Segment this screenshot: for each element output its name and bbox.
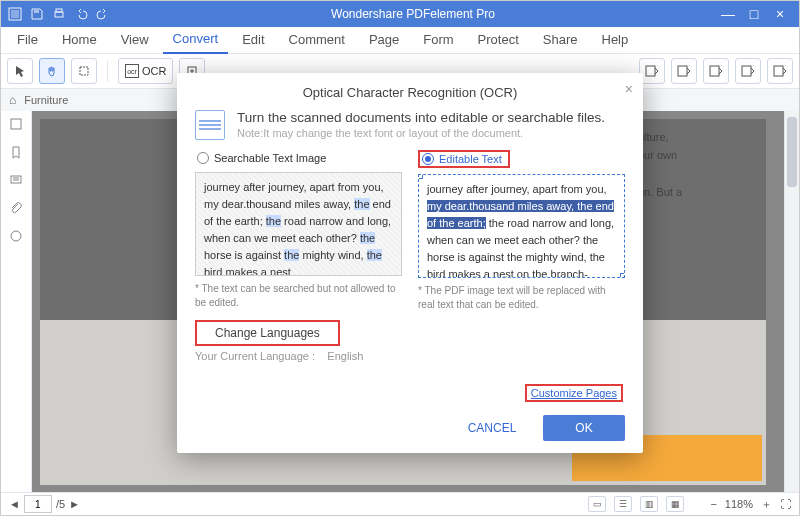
bookmarks-icon[interactable] — [9, 145, 23, 159]
fit-page-icon[interactable]: ⛶ — [780, 498, 791, 510]
titlebar-left-icons — [7, 6, 111, 22]
change-languages-button[interactable]: Change Languages — [195, 320, 340, 346]
hand-tool-icon[interactable] — [39, 58, 65, 84]
current-language-row: Your Current Language : English — [195, 350, 625, 362]
cancel-button[interactable]: CANCEL — [451, 415, 533, 441]
menu-view[interactable]: View — [111, 28, 159, 53]
ocr-button[interactable]: ocrOCR — [118, 58, 173, 84]
dialog-title: Optical Character Recognition (OCR) — [195, 85, 625, 100]
dialog-header: Turn the scanned documents into editable… — [195, 110, 625, 140]
menu-comment[interactable]: Comment — [279, 28, 355, 53]
next-page-icon[interactable]: ► — [69, 498, 80, 510]
svg-rect-1 — [11, 10, 19, 18]
preview-editable: journey after journey, apart from you, m… — [418, 174, 625, 278]
toolbar-separator — [107, 60, 108, 82]
page-text-line: on. But a — [638, 184, 758, 202]
ocr-icon: ocr — [125, 64, 139, 78]
menu-page[interactable]: Page — [359, 28, 409, 53]
page-text-line: ulture, — [638, 129, 758, 147]
svg-rect-5 — [80, 67, 88, 75]
menu-form[interactable]: Form — [413, 28, 463, 53]
view-grid-icon[interactable]: ▦ — [666, 496, 684, 512]
visible-page-text: ulture, our own on. But a — [638, 129, 758, 202]
to-excel-icon[interactable] — [671, 58, 697, 84]
select-tool-icon[interactable] — [71, 58, 97, 84]
vertical-scrollbar[interactable] — [784, 111, 799, 493]
dialog-subhead: Note:It may change the text font or layo… — [237, 127, 605, 139]
note-editable: * The PDF image text will be replaced wi… — [418, 284, 625, 312]
option-editable-label: Editable Text — [439, 153, 502, 165]
option-searchable-label: Searchable Text Image — [214, 152, 326, 164]
close-window-button[interactable]: × — [767, 6, 793, 22]
prev-page-icon[interactable]: ◄ — [9, 498, 20, 510]
page-number-input[interactable] — [24, 495, 52, 513]
customize-pages-link[interactable]: Customize Pages — [525, 387, 623, 399]
cursor-tool-icon[interactable] — [7, 58, 33, 84]
view-single-icon[interactable]: ▭ — [588, 496, 606, 512]
note-searchable: * The text can be searched but not allow… — [195, 282, 402, 310]
menu-home[interactable]: Home — [52, 28, 107, 53]
to-ppt-icon[interactable] — [703, 58, 729, 84]
menu-edit[interactable]: Edit — [232, 28, 274, 53]
menu-convert[interactable]: Convert — [163, 27, 229, 54]
menu-share[interactable]: Share — [533, 28, 588, 53]
menu-file[interactable]: File — [7, 28, 48, 53]
print-icon[interactable] — [51, 6, 67, 22]
minimize-button[interactable]: ― — [715, 6, 741, 22]
window-title: Wondershare PDFelement Pro — [111, 7, 715, 21]
page-navigator: ◄ /5 ► — [9, 495, 80, 513]
zoom-in-icon[interactable]: ＋ — [761, 497, 772, 512]
option-searchable[interactable]: Searchable Text Image — [195, 150, 402, 166]
customize-pages-label[interactable]: Customize Pages — [525, 384, 623, 402]
left-rail — [1, 111, 32, 493]
ocr-dialog: × Optical Character Recognition (OCR) Tu… — [177, 73, 643, 453]
save-icon[interactable] — [29, 6, 45, 22]
app-window: Wondershare PDFelement Pro ― □ × File Ho… — [0, 0, 800, 516]
view-continuous-icon[interactable]: ☰ — [614, 496, 632, 512]
radio-selected-icon[interactable] — [422, 153, 434, 165]
language-row: Change Languages — [195, 320, 625, 346]
ocr-label: OCR — [142, 65, 166, 77]
to-image-icon[interactable] — [735, 58, 761, 84]
scrollbar-thumb[interactable] — [787, 117, 797, 187]
zoom-out-icon[interactable]: − — [710, 498, 716, 510]
page-total: /5 — [56, 498, 65, 510]
dialog-headline: Turn the scanned documents into editable… — [237, 110, 605, 125]
radio-unselected-icon[interactable] — [197, 152, 209, 164]
view-two-icon[interactable]: ▥ — [640, 496, 658, 512]
current-language-label: Your Current Language : — [195, 350, 315, 362]
home-icon[interactable]: ⌂ — [9, 93, 16, 107]
maximize-button[interactable]: □ — [741, 6, 767, 22]
comments-icon[interactable] — [9, 173, 23, 187]
redo-icon[interactable] — [95, 6, 111, 22]
undo-icon[interactable] — [73, 6, 89, 22]
svg-rect-9 — [710, 66, 719, 76]
menu-help[interactable]: Help — [592, 28, 639, 53]
thumbnails-icon[interactable] — [9, 117, 23, 131]
svg-rect-3 — [55, 12, 63, 17]
title-bar: Wondershare PDFelement Pro ― □ × — [1, 1, 799, 27]
svg-rect-11 — [774, 66, 783, 76]
menu-bar: File Home View Convert Edit Comment Page… — [1, 27, 799, 54]
preview-line: journey after journey, apart from you, — [427, 181, 616, 198]
current-language-value: English — [327, 350, 363, 362]
svg-rect-8 — [678, 66, 687, 76]
breadcrumb-path: Furniture — [24, 94, 68, 106]
annotations-icon[interactable] — [9, 229, 23, 243]
option-editable[interactable]: Editable Text — [418, 150, 510, 168]
app-logo-icon — [7, 6, 23, 22]
attachments-icon[interactable] — [9, 201, 23, 215]
svg-rect-10 — [742, 66, 751, 76]
ok-button[interactable]: OK — [543, 415, 625, 441]
ocr-mode-options: Searchable Text Image journey after jour… — [195, 150, 625, 312]
page-text-line: our own — [638, 147, 758, 165]
svg-rect-2 — [34, 10, 39, 13]
ocr-doc-icon — [195, 110, 225, 140]
svg-point-14 — [11, 231, 21, 241]
dialog-buttons: CANCEL OK — [451, 415, 625, 441]
to-other-icon[interactable] — [767, 58, 793, 84]
svg-rect-12 — [11, 119, 21, 129]
preview-searchable: journey after journey, apart from you, m… — [195, 172, 402, 276]
dialog-close-icon[interactable]: × — [625, 81, 633, 97]
menu-protect[interactable]: Protect — [468, 28, 529, 53]
